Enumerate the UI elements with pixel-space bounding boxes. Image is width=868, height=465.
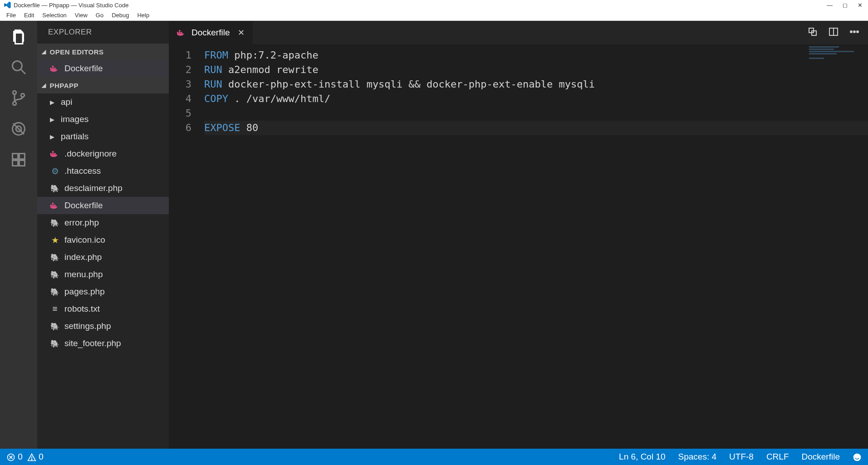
svg-point-35 [853,31,855,33]
window-minimize-button[interactable]: — [827,2,833,9]
svg-rect-25 [52,203,54,205]
file-item-menu-php[interactable]: 🐘menu.php [37,266,169,283]
open-editors-label: OPEN EDITORS [50,48,104,56]
status-feedback[interactable] [853,452,862,462]
menu-debug[interactable]: Debug [108,11,132,20]
php-icon: 🐘 [50,287,60,297]
status-eol[interactable]: CRLF [766,452,789,462]
menu-help[interactable]: Help [133,11,153,20]
menu-file[interactable]: File [3,11,20,20]
tree-item-label: images [61,114,88,124]
window-titlebar: Dockerfile — Phpapp — Visual Studio Code… [0,0,868,10]
menu-edit[interactable]: Edit [20,11,38,20]
chevron-right-icon: ▶ [50,133,56,140]
php-icon: 🐘 [50,252,60,262]
file-item-desclaimer-php[interactable]: 🐘desclaimer.php [37,180,169,197]
open-editors-header[interactable]: ◢ OPEN EDITORS [37,44,169,60]
file-item--htaccess[interactable]: ⚙.htaccess [37,162,169,180]
folder-item-images[interactable]: ▶images [37,111,169,128]
svg-rect-13 [20,161,25,166]
status-cursor-position[interactable]: Ln 6, Col 10 [619,452,665,462]
activity-explorer[interactable] [10,28,27,46]
menubar: File Edit Selection View Go Debug Help [0,10,868,21]
php-icon: 🐘 [50,218,60,228]
code-editor[interactable]: 123456 FROM php:7.2-apacheRUN a2enmod re… [169,44,868,449]
activity-debug[interactable] [10,121,27,139]
status-language[interactable]: Dockerfile [802,452,840,462]
svg-rect-18 [50,153,52,155]
svg-rect-21 [52,151,54,153]
svg-point-5 [13,102,16,105]
svg-line-3 [21,69,26,74]
tree-item-label: .dockerignore [64,149,117,159]
explorer-sidebar: EXPLORER ◢ OPEN EDITORS Dockerfile ◢ PHP… [37,21,169,449]
status-indentation[interactable]: Spaces: 4 [678,452,717,462]
folder-item-partials[interactable]: ▶partials [37,128,169,145]
tab-dockerfile[interactable]: Dockerfile ✕ [169,21,253,44]
status-errors[interactable]: 0 [6,452,23,462]
line-number-gutter: 123456 [169,44,204,449]
svg-rect-24 [54,205,56,206]
tree-item-label: menu.php [64,269,103,279]
file-item-site_footer-php[interactable]: 🐘site_footer.php [37,335,169,352]
code-line[interactable]: COPY . /var/www/html/ [204,92,868,106]
window-close-button[interactable]: ✕ [858,2,863,9]
more-actions-button[interactable] [849,26,860,39]
code-content[interactable]: FROM php:7.2-apacheRUN a2enmod rewriteRU… [204,44,868,449]
chevron-down-icon: ◢ [42,49,46,55]
file-item-index-php[interactable]: 🐘index.php [37,249,169,266]
file-item--dockerignore[interactable]: .dockerignore [37,145,169,162]
minimap[interactable] [809,46,859,57]
tab-close-button[interactable]: ✕ [238,28,245,38]
window-maximize-button[interactable]: ◻ [843,2,848,9]
activity-extensions[interactable] [10,152,27,170]
line-number: 6 [169,121,191,135]
svg-point-34 [850,31,852,33]
open-editor-label: Dockerfile [64,64,103,73]
line-number: 1 [169,48,191,63]
file-item-favicon-ico[interactable]: ★favicon.ico [37,231,169,249]
svg-rect-29 [179,30,180,31]
svg-rect-22 [50,205,52,206]
file-item-Dockerfile[interactable]: Dockerfile [37,197,169,214]
activity-source-control[interactable] [10,90,27,108]
line-number: 3 [169,77,191,92]
code-line[interactable] [204,106,868,121]
project-label: PHPAPP [50,82,79,89]
vscode-icon [4,1,11,9]
docker-icon [177,28,186,37]
svg-rect-12 [13,161,18,166]
svg-rect-15 [52,68,54,69]
editor-scrollbar[interactable] [859,44,868,449]
tree-item-label: favicon.ico [64,235,105,245]
menu-selection[interactable]: Selection [39,11,70,20]
code-line[interactable]: RUN docker-php-ext-install mysqli && doc… [204,77,868,92]
project-header[interactable]: ◢ PHPAPP [37,77,169,93]
file-item-error-php[interactable]: 🐘error.php [37,214,169,231]
code-line[interactable]: RUN a2enmod rewrite [204,63,868,77]
file-item-pages-php[interactable]: 🐘pages.php [37,283,169,300]
file-item-settings-php[interactable]: 🐘settings.php [37,318,169,335]
svg-point-41 [31,459,32,460]
tree-item-label: pages.php [64,287,105,297]
tree-item-label: partials [61,132,88,142]
compare-changes-button[interactable] [807,26,818,39]
code-line[interactable]: EXPOSE 80 [204,121,868,135]
activity-bar [0,21,37,449]
svg-line-8 [13,123,24,134]
activity-search[interactable] [10,59,27,77]
folder-item-api[interactable]: ▶api [37,93,169,111]
split-editor-button[interactable] [828,26,839,39]
window-title: Dockerfile — Phpapp — Visual Studio Code [14,2,827,9]
status-warnings[interactable]: 0 [27,452,44,462]
open-editor-dockerfile[interactable]: Dockerfile [37,60,169,77]
code-line[interactable]: FROM php:7.2-apache [204,48,868,63]
gear-icon: ⚙ [50,166,60,176]
files-icon [10,28,27,44]
menu-view[interactable]: View [71,11,91,20]
file-item-robots-txt[interactable]: ≡robots.txt [37,300,169,318]
menu-go[interactable]: Go [92,11,107,20]
status-encoding[interactable]: UTF-8 [729,452,754,462]
split-icon [828,26,839,37]
tree-item-label: .htaccess [64,166,101,176]
